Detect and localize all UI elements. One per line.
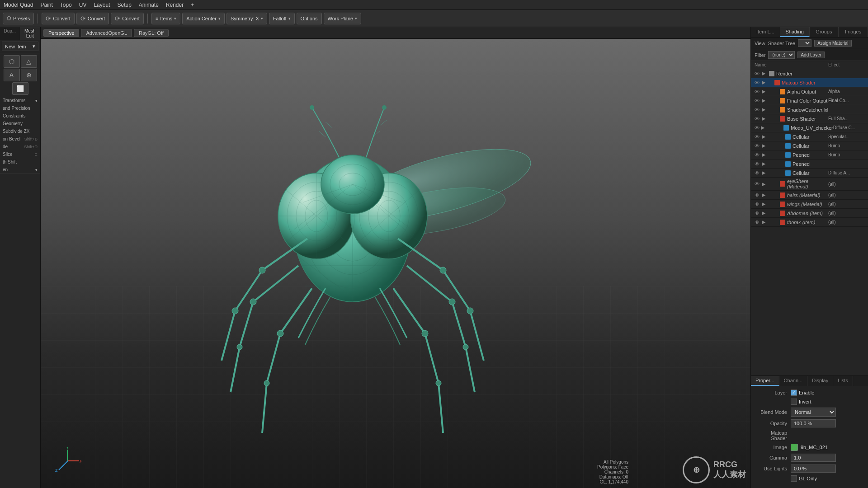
- blend-mode-select[interactable]: Normal: [791, 408, 836, 417]
- menu-render[interactable]: Render: [166, 2, 184, 8]
- shader-row-abdoman[interactable]: 👁 ▶ Abdoman (Item) (all): [751, 209, 868, 218]
- shader-row-thorax[interactable]: 👁 ▶ thorax (Item) (all): [751, 218, 868, 227]
- eye-icon-shadow[interactable]: 👁: [755, 107, 761, 113]
- eye-icon-matcap[interactable]: 👁: [755, 80, 761, 85]
- right-tab-item-list[interactable]: Item L...: [751, 27, 780, 37]
- menu-model-quad[interactable]: Model Quad: [4, 2, 33, 8]
- eye-icon-hairs[interactable]: 👁: [755, 192, 761, 198]
- shader-row-hairs[interactable]: 👁 ▶ hairs (Material) (all): [751, 191, 868, 200]
- shader-row-cellular3[interactable]: 👁 ▶ Cellular Diffuse A...: [751, 169, 868, 178]
- subdivide-item[interactable]: Subdivide ZX: [0, 127, 40, 135]
- svg-line-47: [231, 347, 240, 392]
- props-tab-display[interactable]: Display: [807, 376, 833, 386]
- shader-row-uv[interactable]: 👁 ▶ Modo_UV_checker Diffuse C...: [751, 123, 868, 132]
- en-label: en: [3, 167, 8, 172]
- viewport-tab-opengl[interactable]: AdvancedOpenGL: [81, 29, 132, 37]
- eye-icon-abdoman[interactable]: 👁: [755, 211, 761, 216]
- shader-row-base[interactable]: 👁 ▶ Base Shader Full Sha...: [751, 114, 868, 123]
- eye-icon-render[interactable]: 👁: [755, 71, 761, 76]
- shader-view-select[interactable]: [798, 39, 811, 47]
- right-tab-shading[interactable]: Shading: [780, 27, 810, 37]
- shader-row-alpha[interactable]: 👁 ▶ Alpha Output Alpha: [751, 87, 868, 96]
- precision-item[interactable]: and Precision: [0, 104, 40, 112]
- right-tab-images[interactable]: Images: [839, 27, 868, 37]
- shader-row-peened2[interactable]: 👁 ▶ Peened: [751, 160, 868, 169]
- shader-row-final[interactable]: 👁 ▶ Final Color Output Final Co...: [751, 96, 868, 105]
- shader-row-peened1[interactable]: 👁 ▶ Peened Bump: [751, 150, 868, 160]
- use-lights-input[interactable]: [791, 465, 836, 473]
- shader-row-cellular1[interactable]: 👁 ▶ Cellular Specular...: [751, 132, 868, 141]
- shader-row-render[interactable]: 👁 ▶ Render: [751, 69, 868, 78]
- gl-only-checkbox[interactable]: [791, 475, 797, 482]
- convert-btn-2[interactable]: ⟳ Convert: [76, 13, 109, 24]
- shift-item[interactable]: th Shift: [0, 158, 40, 166]
- props-tab-channels[interactable]: Chann...: [779, 376, 808, 386]
- viewport-tab-perspective[interactable]: Perspective: [43, 29, 79, 37]
- image-swatch[interactable]: [791, 444, 798, 451]
- sidebar-icon-3[interactable]: A: [4, 69, 20, 81]
- geometry-item[interactable]: Geometry: [0, 120, 40, 127]
- sidebar-tab-mesh-edit[interactable]: Mesh Edit: [20, 27, 41, 40]
- viewport-tab-raygl[interactable]: RayGL: Off: [134, 29, 169, 37]
- shader-row-cellular2[interactable]: 👁 ▶ Cellular Bump: [751, 141, 868, 150]
- filter-select[interactable]: (none): [768, 51, 795, 59]
- props-tab-lists[interactable]: Lists: [833, 376, 853, 386]
- presets-icon: ⬡: [7, 15, 11, 21]
- slice-item[interactable]: Slice C: [0, 150, 40, 158]
- sidebar-icon-1[interactable]: ⬡: [4, 55, 20, 68]
- menu-layout[interactable]: Layout: [94, 2, 110, 8]
- eye-icon-peened1[interactable]: 👁: [755, 152, 761, 158]
- viewport-canvas[interactable]: All Polygons Polygons: Face Channels: 0 …: [41, 39, 750, 488]
- eye-icon-cellular1[interactable]: 👁: [755, 134, 761, 140]
- options-button[interactable]: Options: [297, 13, 322, 24]
- gamma-input[interactable]: [791, 454, 836, 462]
- eye-icon-eyeshere[interactable]: 👁: [755, 181, 761, 187]
- assign-material-btn[interactable]: Assign Material: [814, 40, 851, 47]
- work-plane-dropdown[interactable]: Work Plane: [324, 13, 362, 24]
- transforms-item[interactable]: Transforms ▾: [0, 97, 40, 104]
- new-item-button[interactable]: New Item ▾: [2, 42, 38, 51]
- eye-icon-alpha[interactable]: 👁: [755, 89, 761, 94]
- lock-icon-wings: ▶: [762, 201, 768, 207]
- de-item[interactable]: de Shift+D: [0, 143, 40, 150]
- menu-uv[interactable]: UV: [79, 2, 87, 8]
- shader-name-peened1: Peened: [793, 152, 828, 158]
- menu-paint[interactable]: Paint: [40, 2, 52, 8]
- falloff-dropdown[interactable]: Falloff: [269, 13, 295, 24]
- en-item[interactable]: en ▾: [0, 166, 40, 174]
- eye-icon-thorax[interactable]: 👁: [755, 220, 761, 225]
- shader-row-shadow[interactable]: 👁 ▶ ShadowCatcher.lxl: [751, 105, 868, 114]
- menu-plus[interactable]: +: [191, 2, 194, 8]
- enable-checkbox[interactable]: ✓: [791, 389, 797, 396]
- convert-btn-3[interactable]: ⟳ Convert: [111, 13, 144, 24]
- symmetry-dropdown[interactable]: Symmetry: X: [226, 13, 267, 24]
- items-dropdown[interactable]: ≡ Items: [151, 13, 180, 24]
- constraints-item[interactable]: Constraints: [0, 112, 40, 120]
- menu-setup[interactable]: Setup: [117, 2, 131, 8]
- shader-row-eyeshere[interactable]: 👁 ▶ eyeShere (Material) (all): [751, 178, 868, 191]
- shader-row-wings[interactable]: 👁 ▶ wings (Material) (all): [751, 200, 868, 209]
- menu-topo[interactable]: Topo: [60, 2, 72, 8]
- sidebar-icon-4[interactable]: ⊕: [21, 69, 37, 81]
- sidebar-tab-dup[interactable]: Dup...: [0, 27, 20, 40]
- opacity-input[interactable]: [791, 419, 836, 427]
- eye-icon-cellular2[interactable]: 👁: [755, 143, 761, 149]
- convert-btn-1[interactable]: ⟳ Convert: [42, 13, 75, 24]
- eye-icon-uv[interactable]: 👁: [755, 125, 760, 131]
- action-center-dropdown[interactable]: Action Center: [182, 13, 225, 24]
- menu-animate[interactable]: Animate: [139, 2, 159, 8]
- presets-button[interactable]: ⬡ Presets: [3, 13, 34, 24]
- shader-row-matcap[interactable]: 👁 ▶ Matcap Shader: [751, 78, 868, 87]
- invert-checkbox[interactable]: [791, 399, 797, 405]
- sidebar-icon-5[interactable]: ⬜: [12, 82, 28, 95]
- props-tab-properties[interactable]: Proper...: [751, 376, 779, 386]
- eye-icon-base[interactable]: 👁: [755, 116, 761, 122]
- eye-icon-peened2[interactable]: 👁: [755, 161, 761, 167]
- eye-icon-final[interactable]: 👁: [755, 98, 761, 103]
- right-tab-groups[interactable]: Groups: [810, 27, 839, 37]
- sidebar-icon-2[interactable]: △: [21, 55, 37, 68]
- add-layer-btn[interactable]: Add Layer: [797, 52, 825, 58]
- eye-icon-cellular3[interactable]: 👁: [755, 170, 761, 176]
- eye-icon-wings[interactable]: 👁: [755, 202, 761, 207]
- bevel-item[interactable]: on Bevel Shift+B: [0, 135, 40, 143]
